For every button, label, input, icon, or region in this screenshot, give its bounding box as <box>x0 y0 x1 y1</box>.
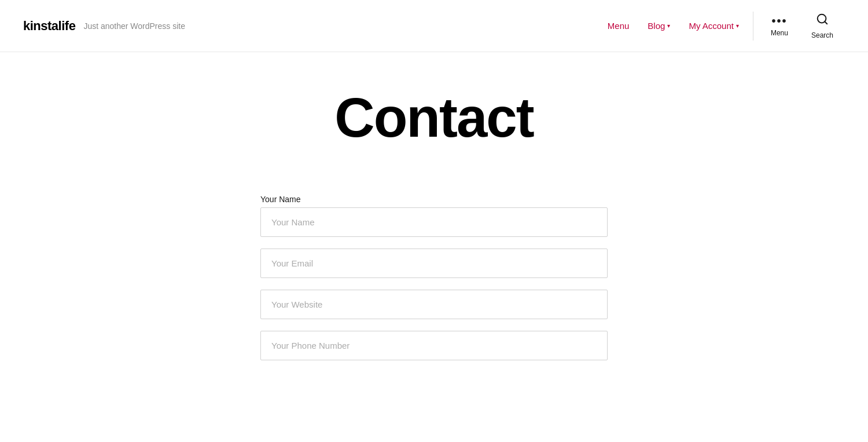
website-input[interactable] <box>260 290 608 319</box>
name-label: Your Name <box>260 195 608 204</box>
nav-my-account-link[interactable]: My Account ▾ <box>681 16 747 35</box>
email-input[interactable] <box>260 249 608 278</box>
blog-chevron-down-icon: ▾ <box>667 23 670 29</box>
email-field-group <box>260 249 608 278</box>
nav-menu-link[interactable]: Menu <box>599 16 638 35</box>
name-input[interactable] <box>260 207 608 237</box>
header-actions: ••• Menu Search <box>759 6 845 46</box>
site-tagline: Just another WordPress site <box>83 21 185 31</box>
svg-line-1 <box>825 21 827 24</box>
search-label: Search <box>811 31 833 39</box>
contact-form: Your Name <box>260 195 608 372</box>
search-button[interactable]: Search <box>800 6 845 46</box>
phone-field-group <box>260 331 608 360</box>
header-right: Menu Blog ▾ My Account ▾ ••• Menu <box>599 6 845 46</box>
main-nav: Menu Blog ▾ My Account ▾ <box>599 16 747 35</box>
my-account-chevron-down-icon: ▾ <box>736 23 739 29</box>
menu-dots-button[interactable]: ••• Menu <box>759 8 800 44</box>
nav-menu-label: Menu <box>608 21 630 31</box>
nav-my-account-label: My Account <box>689 21 734 31</box>
site-title: kinstalife <box>23 19 75 34</box>
name-field-group: Your Name <box>260 195 608 237</box>
menu-dots-label: Menu <box>771 29 788 37</box>
page-title: Contact <box>334 87 533 148</box>
nav-blog-label: Blog <box>648 21 665 31</box>
site-header: kinstalife Just another WordPress site M… <box>0 0 868 52</box>
main-content: Contact Your Name <box>0 52 868 395</box>
search-icon <box>816 13 829 29</box>
website-field-group <box>260 290 608 319</box>
header-left: kinstalife Just another WordPress site <box>23 19 185 34</box>
phone-input[interactable] <box>260 331 608 360</box>
dots-icon: ••• <box>771 15 787 27</box>
nav-blog-link[interactable]: Blog ▾ <box>639 16 678 35</box>
header-divider <box>753 12 753 41</box>
